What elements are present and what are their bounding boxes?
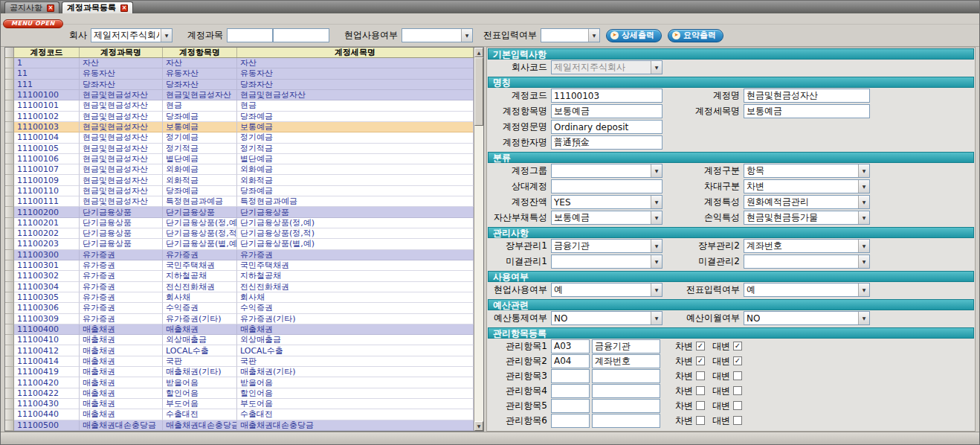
row-selector[interactable] — [5, 80, 14, 90]
table-row[interactable]: 11100102현금및현금성자산당좌예금당좌예금 — [5, 112, 474, 122]
table-row[interactable]: 11100107현금및현금성자산외화예금외화예금 — [5, 164, 474, 175]
row-selector[interactable] — [5, 409, 14, 420]
table-row[interactable]: 11100109현금및현금성자산외화적금외화적금 — [5, 175, 474, 185]
table-row[interactable]: 11100200단기금융상품단기금융상품단기금융상품 — [5, 207, 474, 217]
budget-carryover-yn-select[interactable]: NO▼ — [744, 311, 870, 325]
row-selector[interactable] — [5, 132, 14, 143]
row-selector[interactable] — [5, 175, 14, 185]
mgmt-item-3-code-input[interactable] — [551, 369, 590, 383]
row-selector[interactable] — [5, 164, 14, 175]
ledger-mgmt1-select[interactable]: 금융기관▼ — [551, 239, 663, 253]
table-row[interactable]: 11100412매출채권LOCAL수출LOCAL수출 — [5, 345, 474, 356]
budget-control-yn-select[interactable]: NO▼ — [551, 311, 663, 325]
pending-mgmt1-select[interactable]: ▼ — [551, 254, 663, 269]
table-row[interactable]: 11100105현금및현금성자산정기적금정기적금 — [5, 144, 474, 154]
row-selector[interactable] — [5, 218, 14, 228]
mgmt-item-6-credit-checkbox[interactable] — [733, 416, 742, 425]
mgmt-item-3-credit-checkbox[interactable] — [733, 371, 742, 380]
mgmt-item-5-credit-checkbox[interactable] — [733, 401, 742, 410]
table-row[interactable]: 11100440매출채권수출대전수출대전 — [5, 409, 474, 420]
row-selector[interactable] — [5, 122, 14, 132]
row-selector[interactable] — [5, 260, 14, 271]
table-row[interactable]: 111당좌자산당좌자산당좌자산 — [5, 80, 474, 90]
table-row[interactable]: 11100202단기금융상품단기금융상품(정,적)단기금융상품(정,적) — [5, 228, 474, 239]
column-header[interactable]: 계정세목명 — [237, 48, 474, 57]
row-selector[interactable] — [5, 314, 14, 324]
ledger-mgmt2-select[interactable]: 계좌번호▼ — [744, 239, 870, 253]
table-row[interactable]: 11100101현금및현금성자산현금현금 — [5, 100, 474, 111]
slip-entry-yn-select[interactable]: 예▼ — [744, 283, 870, 297]
mgmt-item-5-code-input[interactable] — [551, 399, 590, 413]
scrollbar-track[interactable] — [474, 57, 483, 421]
row-selector[interactable] — [5, 292, 14, 303]
row-selector[interactable] — [5, 345, 14, 356]
row-selector[interactable] — [5, 207, 14, 217]
row-selector[interactable] — [5, 324, 14, 335]
row-selector[interactable] — [5, 335, 14, 345]
table-row[interactable]: 11100304유가증권전신전화채권전신전화채권 — [5, 282, 474, 292]
account-code-input[interactable] — [551, 89, 663, 103]
account-name-input[interactable] — [744, 89, 870, 103]
row-selector[interactable] — [5, 186, 14, 196]
account-item-name-input[interactable] — [551, 104, 663, 118]
account-code-filter-input[interactable] — [227, 28, 273, 42]
scroll-down-button[interactable]: ▼ — [474, 421, 483, 431]
table-row[interactable]: 11100111현금및현금성자산특정현금과예금특정현금과예금 — [5, 196, 474, 207]
tab-account-registration[interactable]: 계정과목등록× — [62, 1, 133, 13]
debit-credit-class-select[interactable]: 차변▼ — [744, 179, 870, 193]
table-row[interactable]: 11100106현금및현금성자산별단예금별단예금 — [5, 154, 474, 164]
column-header[interactable]: 계정코드 — [14, 48, 80, 57]
row-selector[interactable] — [5, 420, 14, 431]
company-select[interactable]: 제일저지주식회사 ▼ — [91, 28, 173, 42]
row-selector[interactable] — [5, 399, 14, 409]
profit-loss-characteristic-select[interactable]: 현금및현금등가물▼ — [744, 211, 870, 225]
slip-entry-select[interactable]: ▼ — [541, 28, 600, 42]
mgmt-item-1-debit-checkbox[interactable]: ✓ — [696, 342, 705, 350]
account-english-name-input[interactable] — [551, 120, 663, 134]
mgmt-item-2-name-input[interactable] — [592, 354, 660, 368]
tab-notice[interactable]: 공지사항× — [4, 1, 59, 13]
column-header[interactable]: 계정항목명 — [163, 48, 237, 57]
row-selector[interactable] — [5, 388, 14, 399]
mgmt-item-2-credit-checkbox[interactable]: ✓ — [733, 356, 742, 365]
table-row[interactable]: 11100100현금및현금성자산현금및현금성자산현금및현금성자산 — [5, 90, 474, 100]
table-row[interactable]: 11100309유가증권유가증권(기타)유가증권(기타) — [5, 314, 474, 324]
row-selector[interactable] — [5, 68, 14, 79]
account-group-select[interactable]: ▼ — [551, 164, 663, 178]
table-row[interactable]: 11100430매출채권부도어음부도어음 — [5, 399, 474, 409]
mgmt-item-2-debit-checkbox[interactable]: ✓ — [696, 356, 705, 365]
detail-print-button[interactable]: ➤ 상세출력 — [606, 29, 662, 42]
row-selector[interactable] — [5, 58, 14, 68]
table-row[interactable]: 11100301유가증권국민주택채권국민주택채권 — [5, 260, 474, 271]
account-name-filter-input[interactable] — [273, 28, 329, 42]
mgmt-item-5-name-input[interactable] — [592, 399, 660, 413]
mgmt-item-3-debit-checkbox[interactable] — [696, 371, 705, 380]
mgmt-item-4-name-input[interactable] — [592, 384, 660, 398]
table-row[interactable]: 11100500매출채권대손충당금매출채권대손충당금매출채권대손충당금 — [5, 420, 474, 431]
table-row[interactable]: 11100410매출채권외상매출금외상매출금 — [5, 335, 474, 345]
account-detail-name-input[interactable] — [744, 104, 870, 118]
table-row[interactable]: 11100419매출채권매출채권(기타)매출채권(기타) — [5, 367, 474, 377]
row-selector[interactable] — [5, 250, 14, 260]
row-selector[interactable] — [5, 367, 14, 377]
asset-liability-characteristic-select[interactable]: 보통예금▼ — [551, 211, 663, 225]
menu-open-button[interactable]: MENU OPEN — [3, 19, 63, 28]
mgmt-item-6-code-input[interactable] — [551, 414, 590, 428]
table-row[interactable]: 11유동자산유동자산유동자산 — [5, 68, 474, 79]
table-row[interactable]: 11100103현금및현금성자산보통예금보통예금 — [5, 122, 474, 132]
mgmt-item-1-name-input[interactable] — [592, 339, 660, 353]
tab-close-icon[interactable]: × — [120, 4, 128, 12]
row-selector[interactable] — [5, 303, 14, 313]
row-selector[interactable] — [5, 90, 14, 100]
account-balance-select[interactable]: YES▼ — [551, 195, 663, 209]
mgmt-item-5-debit-checkbox[interactable] — [696, 401, 705, 410]
scrollbar-thumb[interactable] — [474, 57, 483, 126]
mgmt-item-4-credit-checkbox[interactable] — [733, 386, 742, 395]
row-selector[interactable] — [5, 356, 14, 367]
table-row[interactable]: 11100420매출채권받을어음받을어음 — [5, 377, 474, 388]
table-row[interactable]: 11100305유가증권회사채회사채 — [5, 292, 474, 303]
mgmt-item-4-debit-checkbox[interactable] — [696, 386, 705, 395]
account-class-select[interactable]: 항목▼ — [744, 164, 870, 178]
mgmt-item-4-code-input[interactable] — [551, 384, 590, 398]
table-row[interactable]: 11100306유가증권수익증권수익증권 — [5, 303, 474, 313]
